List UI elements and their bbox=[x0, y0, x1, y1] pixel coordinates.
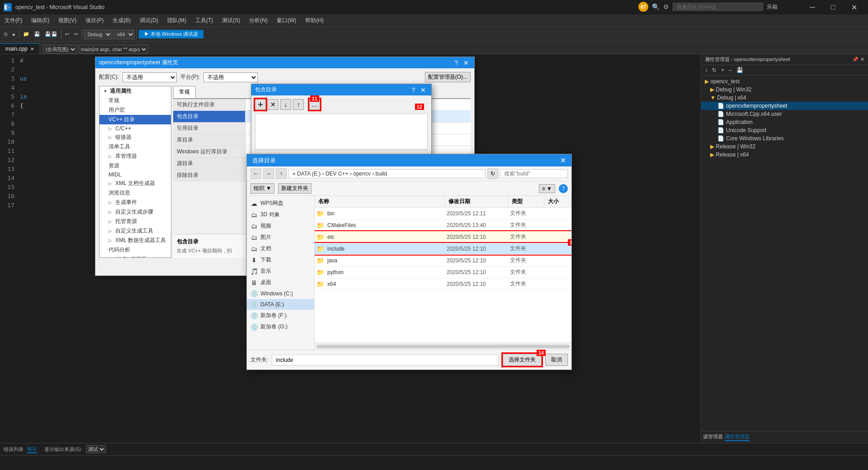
config-tab-general[interactable]: 常规 bbox=[173, 86, 196, 98]
restore-button[interactable]: □ bbox=[823, 0, 844, 14]
ptree-manifest[interactable]: 清单工具 bbox=[99, 142, 171, 152]
menu-analyze[interactable]: 分析(N) bbox=[245, 15, 272, 26]
include-down-btn[interactable]: ↓ bbox=[280, 99, 291, 110]
fp-select-folder-btn[interactable]: 选择文件夹 14 bbox=[503, 354, 542, 366]
panel-sync-btn[interactable]: ↕ bbox=[703, 66, 709, 74]
config-combo[interactable]: 不适用 bbox=[123, 72, 177, 82]
tree-item-release-x64[interactable]: ▶ Release | x64 bbox=[701, 151, 868, 159]
ptree-linker[interactable]: ▷ 链接器 bbox=[99, 133, 171, 142]
ptree-custom-tool[interactable]: ▷ 自定义生成工具 bbox=[99, 226, 171, 236]
fp-sidebar-video[interactable]: 🗂 视频 bbox=[247, 220, 314, 232]
fp-forward-btn[interactable]: → bbox=[263, 168, 274, 179]
config-mgr-btn[interactable]: 配置管理器(O)... bbox=[425, 72, 471, 82]
file-picker-dialog[interactable]: 选择目录 ✕ ← → ↑ « DATA (E:) › DEV C++ › ope… bbox=[246, 154, 572, 370]
ptree-midl[interactable]: MIDL bbox=[99, 171, 171, 179]
include-up-btn[interactable]: ↑ bbox=[293, 99, 304, 110]
fp-sidebar-desktop[interactable]: 🖥 桌面 bbox=[247, 277, 314, 288]
fp-view-btn[interactable]: ≡ ▼ bbox=[539, 184, 555, 193]
menu-edit[interactable]: 编辑(E) bbox=[27, 15, 54, 26]
fp-sidebar-c-drive[interactable]: 💿 Windows (C:) bbox=[247, 288, 314, 299]
fp-header-size[interactable]: 大小 bbox=[544, 196, 571, 207]
fp-cancel-btn[interactable]: 取消 bbox=[545, 354, 568, 366]
ptree-user-macro[interactable]: 用户宏 bbox=[99, 105, 171, 115]
menu-tools[interactable]: 工具(T) bbox=[191, 15, 217, 26]
ptree-resources[interactable]: 资源 bbox=[99, 161, 171, 171]
menu-build[interactable]: 生成(B) bbox=[108, 15, 135, 26]
toolbar-save-all[interactable]: 💾💾 bbox=[43, 30, 59, 38]
ptree-browse[interactable]: 浏览信息 bbox=[99, 188, 171, 198]
ptree-xml-data[interactable]: ▷ XML 数据生成器工具 bbox=[99, 236, 171, 245]
fp-file-cmake[interactable]: 📁 CMakeFiles 2020/5/25 13:40 文件夹 bbox=[315, 219, 571, 231]
menu-project[interactable]: 项目(P) bbox=[81, 15, 108, 26]
error-list-tab[interactable]: 错误列表 bbox=[4, 446, 24, 453]
prop-sheet-close-btn[interactable]: ✕ bbox=[462, 59, 471, 66]
ptree-c-cpp[interactable]: ▷ C/C++ bbox=[99, 124, 171, 133]
menu-debug[interactable]: 调试(D) bbox=[135, 15, 163, 26]
fp-file-etc[interactable]: 📁 etc 2020/5/25 12:10 文件夹 bbox=[315, 231, 571, 243]
toolbar-go-back[interactable]: ⊙ bbox=[2, 30, 9, 38]
output-tab[interactable]: 输出 bbox=[27, 446, 37, 453]
output-source-combo[interactable]: 调试 bbox=[86, 445, 106, 453]
fp-sidebar-downloads[interactable]: ⬇ 下载 bbox=[247, 254, 314, 266]
ptree-lib-mgr[interactable]: ▷ 库管理器 bbox=[99, 152, 171, 161]
panel-save-btn[interactable]: 💾 bbox=[735, 66, 745, 74]
fp-sidebar-docs[interactable]: 🗂 文档 bbox=[247, 243, 314, 254]
fp-sidebar-3d[interactable]: 🗂 3D 对象 bbox=[247, 209, 314, 220]
fp-sidebar-g-drive[interactable]: 💿 新加卷 (G:) bbox=[247, 321, 314, 332]
fp-sidebar-f-drive[interactable]: 💿 新加卷 (F:) bbox=[247, 310, 314, 321]
panel-add-btn[interactable]: + bbox=[719, 66, 726, 74]
ptree-custom-build[interactable]: ▷ 自定义生成步骤 bbox=[99, 207, 171, 217]
tree-item-microsoft-cpp[interactable]: 📄Microsoft.Cpp.x64.user bbox=[701, 110, 868, 118]
fp-close-btn[interactable]: ✕ bbox=[560, 156, 566, 165]
quick-launch-input[interactable] bbox=[673, 3, 763, 11]
ptree-general[interactable]: 常规 bbox=[99, 96, 171, 105]
platform-combo[interactable]: x64 bbox=[113, 29, 135, 39]
tree-item-opencv-test[interactable]: ▶ opencv_test bbox=[701, 77, 868, 85]
fp-new-folder-btn[interactable]: 新建文件夹 bbox=[278, 183, 311, 194]
toolbar-open[interactable]: 📁 bbox=[21, 30, 31, 38]
tab-main-cpp[interactable]: main.cpp ✕ bbox=[0, 43, 40, 54]
fp-sidebar-pictures[interactable]: 🗂 图片 bbox=[247, 232, 314, 243]
tree-item-opencvitem[interactable]: 📄opencvItempropertysheet bbox=[701, 102, 868, 110]
tab-property-manager[interactable]: 属性管理器 bbox=[725, 433, 750, 441]
include-dir-help-btn[interactable]: ? bbox=[410, 86, 417, 94]
tab-close-icon[interactable]: ✕ bbox=[30, 47, 34, 52]
panel-pin-icon[interactable]: 📌 bbox=[852, 57, 859, 62]
fp-file-x64[interactable]: 📁 x64 2020/5/25 12:10 文件夹 bbox=[315, 278, 571, 290]
fp-back-btn[interactable]: ← bbox=[250, 168, 261, 179]
menu-file[interactable]: 文件(F) bbox=[0, 15, 27, 26]
fp-sidebar-music[interactable]: 🎵 音乐 bbox=[247, 266, 314, 277]
ptree-code-analysis[interactable]: 代码分析 bbox=[99, 245, 171, 255]
tree-item-debug-win32[interactable]: ▶ Debug | Win32 bbox=[701, 85, 868, 94]
toolbar-redo[interactable]: ↪ bbox=[72, 30, 80, 38]
fp-path-bar[interactable]: « DATA (E:) › DEV C++ › opencv › build bbox=[288, 169, 486, 178]
include-dir-list[interactable] bbox=[255, 114, 428, 150]
func-combo[interactable]: main(int argc, char ** argv) bbox=[79, 45, 148, 54]
panel-remove-btn[interactable]: – bbox=[727, 66, 734, 74]
fp-file-bin[interactable]: 📁 bin 2020/5/25 12:11 文件夹 bbox=[315, 208, 571, 219]
toolbar-undo[interactable]: ↩ bbox=[63, 30, 71, 38]
tab-source-manager[interactable]: 源管理器 bbox=[703, 433, 723, 441]
include-dir-close-btn[interactable]: ✕ bbox=[419, 86, 428, 94]
minimize-button[interactable]: ─ bbox=[802, 0, 823, 14]
fp-folder-input[interactable] bbox=[272, 355, 499, 366]
ptree-hlsl[interactable]: ▷ HLSL 编译器 bbox=[99, 255, 171, 258]
menu-test[interactable]: 测试(S) bbox=[217, 15, 245, 26]
fp-h-scrollbar[interactable] bbox=[315, 342, 571, 350]
fp-sidebar-e-drive[interactable]: 💿 DATA (E:) bbox=[247, 299, 314, 310]
tree-item-release-win32[interactable]: ▶ Release | Win32 bbox=[701, 142, 868, 151]
toolbar-save[interactable]: 💾 bbox=[32, 30, 42, 38]
prop-sheet-help-btn[interactable]: ? bbox=[453, 59, 460, 66]
menu-team[interactable]: 团队(M) bbox=[163, 15, 191, 26]
ptree-managed[interactable]: ▷ 托管资源 bbox=[99, 217, 171, 226]
fp-help-btn[interactable]: ? bbox=[559, 184, 568, 193]
fp-header-date[interactable]: 修改日期 bbox=[445, 196, 508, 207]
ptree-common-props[interactable]: ▼ 通用属性 bbox=[99, 86, 171, 96]
ptree-vc-dirs[interactable]: VC++ 目录 bbox=[99, 115, 171, 124]
panel-refresh-btn[interactable]: ↻ bbox=[710, 66, 718, 74]
close-button[interactable]: ✕ bbox=[844, 0, 864, 14]
toolbar-go-forward[interactable]: ● bbox=[10, 31, 17, 38]
menu-window[interactable]: 窗口(W) bbox=[272, 15, 301, 26]
notification-badge[interactable]: 87 bbox=[638, 2, 648, 12]
fp-file-python[interactable]: 📁 python 2020/5/25 12:10 文件夹 bbox=[315, 266, 571, 278]
